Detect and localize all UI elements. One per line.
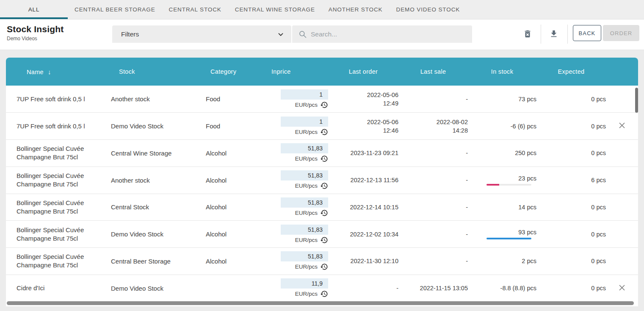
tab-central-wine-storage[interactable]: CENTRAL WINE STORAGE — [228, 0, 322, 19]
cell-expected: 0 pcs — [536, 194, 606, 221]
cell-expected: 0 pcs — [536, 113, 606, 140]
trash-icon — [523, 29, 532, 39]
cell-category: Alcohol — [206, 194, 264, 221]
cell-last-order-text: 2023-11-23 09:21 — [351, 150, 398, 156]
cell-name: Bollinger Special Cuvée Champagne Brut 7… — [6, 221, 111, 248]
price-history-icon[interactable] — [320, 182, 328, 190]
tab-all[interactable]: ALL — [0, 0, 68, 19]
cell-category: Food — [206, 113, 264, 140]
inprice-unit: EUR/pcs — [295, 102, 318, 108]
close-icon — [617, 283, 627, 292]
table-row[interactable]: 7UP Free soft drink 0,5 lDemo Video Stoc… — [6, 113, 638, 140]
cell-expected: 0 pcs — [536, 275, 606, 302]
tab-demo-video-stock[interactable]: DEMO VIDEO STOCK — [390, 0, 467, 19]
column-header-inprice[interactable]: Inprice — [264, 58, 328, 86]
column-label: Inprice — [271, 68, 291, 75]
table-row[interactable]: Bollinger Special Cuvée Champagne Brut 7… — [6, 248, 638, 275]
cell-inprice: 51,83EUR/pcs — [264, 140, 328, 167]
in-stock-value: 2 pcs — [468, 258, 536, 264]
column-header-stock[interactable]: Stock — [111, 58, 206, 86]
cell-in-stock: -6 (6) pcs — [468, 113, 536, 140]
cell-inprice: 1EUR/pcs — [264, 113, 328, 140]
cell-stock: Demo Video Stock — [111, 113, 206, 140]
column-header-in-stock[interactable]: In stock — [468, 58, 536, 86]
cell-category: Alcohol — [206, 248, 264, 275]
cell-last-sale-text: - — [466, 177, 468, 183]
horizontal-scrollbar-thumb[interactable] — [7, 301, 634, 305]
inprice-value: 51,83 — [281, 225, 328, 235]
cell-in-stock: 23 pcs — [468, 167, 536, 194]
cell-category: Alcohol — [206, 140, 264, 167]
cell-inprice: 11,9EUR/pcs — [264, 275, 328, 302]
table-row[interactable]: Bollinger Special Cuvée Champagne Brut 7… — [6, 194, 638, 221]
cell-last-order: 2023-11-23 09:21 — [328, 140, 398, 167]
cell-last-sale-text: 2022-08-02 — [437, 119, 468, 125]
column-header-actions — [606, 58, 638, 86]
filters-select[interactable]: Filters — [112, 25, 291, 43]
cell-last-sale: 2022-08-0214:28 — [398, 113, 468, 140]
cell-last-order-text: 2022-12-02 10:34 — [350, 231, 399, 238]
inprice-unit: EUR/pcs — [295, 264, 318, 270]
page-title: Stock Insight — [7, 24, 64, 34]
tab-another-stock[interactable]: ANOTHER STOCK — [322, 0, 390, 19]
price-history-icon[interactable] — [320, 101, 328, 109]
price-history-icon[interactable] — [320, 263, 328, 271]
column-label: Last order — [349, 68, 378, 75]
page-subtitle: Demo Videos — [7, 36, 64, 42]
inprice-value: 51,83 — [281, 143, 328, 153]
back-button[interactable]: BACK — [573, 25, 601, 41]
price-history-icon[interactable] — [320, 155, 328, 163]
cell-last-sale-text: - — [466, 204, 468, 211]
inprice-unit: EUR/pcs — [295, 291, 318, 297]
cell-actions — [606, 113, 638, 140]
table-row[interactable]: Bollinger Special Cuvée Champagne Brut 7… — [6, 167, 638, 194]
cell-last-order: 2022-05-0612:49 — [328, 86, 398, 113]
price-history-icon[interactable] — [320, 209, 328, 217]
cell-in-stock: 73 pcs — [468, 86, 536, 113]
column-header-last-sale[interactable]: Last sale — [398, 58, 468, 86]
price-history-icon[interactable] — [320, 236, 328, 244]
title-block: Stock Insight Demo Videos — [7, 24, 64, 42]
tab-central-beer-storage[interactable]: CENTRAL BEER STORAGE — [68, 0, 162, 19]
search-icon — [299, 30, 307, 39]
table-row[interactable]: Cidre d'IciDemo Video Stock11,9EUR/pcs-2… — [6, 275, 638, 302]
delete-button[interactable] — [519, 25, 536, 42]
cell-last-sale-text: - — [466, 231, 468, 238]
stock-table: Name↓StockCategoryInpriceLast orderLast … — [6, 58, 638, 306]
order-button[interactable]: ORDER — [603, 25, 639, 41]
download-button[interactable] — [545, 25, 562, 42]
price-history-icon[interactable] — [320, 290, 328, 298]
cell-in-stock: 2 pcs — [468, 248, 536, 275]
column-header-last-order[interactable]: Last order — [328, 58, 398, 86]
cell-last-order: 2022-12-02 10:34 — [328, 221, 398, 248]
inprice-unit: EUR/pcs — [295, 237, 318, 243]
remove-row-button[interactable] — [617, 283, 627, 292]
in-stock-value: -8.8 (8.8) pcs — [468, 285, 536, 292]
toolbar-divider — [541, 25, 541, 44]
cell-expected: 6 pcs — [536, 167, 606, 194]
cell-last-order-text: 12:49 — [383, 100, 398, 107]
cell-name: Cidre d'Ici — [6, 275, 111, 302]
table-row[interactable]: Bollinger Special Cuvée Champagne Brut 7… — [6, 221, 638, 248]
table-row[interactable]: 7UP Free soft drink 0,5 lAnother stockFo… — [6, 86, 638, 113]
cell-expected: 0 pcs — [536, 86, 606, 113]
vertical-scrollbar-thumb[interactable] — [635, 88, 638, 113]
cell-last-sale-text: 14:28 — [453, 127, 468, 134]
search-input[interactable] — [311, 31, 472, 38]
column-header-expected[interactable]: Expected — [536, 58, 606, 86]
cell-stock: Central Stock — [111, 194, 206, 221]
column-header-category[interactable]: Category — [206, 58, 264, 86]
price-history-icon[interactable] — [320, 128, 328, 136]
tab-central-stock[interactable]: CENTRAL STOCK — [162, 0, 228, 19]
cell-last-sale: - — [398, 86, 468, 113]
inprice-value: 51,83 — [281, 251, 328, 261]
cell-last-order-text: 12:46 — [383, 127, 398, 134]
in-stock-value: 14 pcs — [468, 204, 536, 211]
remove-row-button[interactable] — [617, 121, 627, 130]
table-row[interactable]: Bollinger Special Cuvée Champagne Brut 7… — [6, 140, 638, 167]
column-label: Name — [27, 69, 44, 75]
column-header-name[interactable]: Name↓ — [6, 58, 111, 86]
cell-last-sale-text: - — [466, 150, 468, 156]
cell-last-order-text: - — [396, 285, 398, 292]
storage-tabs: ALLCENTRAL BEER STORAGECENTRAL STOCKCENT… — [0, 0, 644, 19]
